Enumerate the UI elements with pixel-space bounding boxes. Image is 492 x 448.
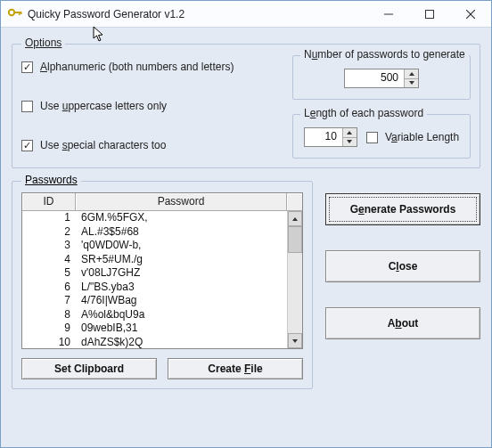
spinner-up-icon[interactable] [405, 69, 418, 78]
header-password[interactable]: Password [76, 193, 287, 210]
number-legend: Number of passwords to generate [300, 48, 469, 61]
table-row[interactable]: 10dAhZS$k)2Q [22, 336, 287, 349]
passwords-groupbox: Passwords ID Password 16GM.%5FGX,2AL.#3$… [12, 181, 313, 389]
options-right-col: Number of passwords to generate 500 [292, 55, 471, 159]
passwords-listview[interactable]: ID Password 16GM.%5FGX,2AL.#3$5#683'q0WD… [21, 192, 303, 349]
svg-rect-5 [426, 10, 434, 18]
svg-rect-3 [20, 12, 22, 14]
options-left-col: Alphanumeric (both numbers and letters) … [21, 55, 282, 159]
length-value[interactable]: 10 [305, 128, 342, 146]
scroll-down-icon[interactable] [288, 333, 302, 348]
uppercase-label: Use uppercase letters only [40, 100, 167, 112]
cell-password: 4/76I|WBag [76, 294, 287, 308]
cell-password: SR+5#UM./g [76, 253, 287, 267]
cell-id: 1 [22, 211, 76, 225]
cell-password: v'08LJ7GHZ [76, 266, 287, 281]
spinner-down-icon[interactable] [343, 137, 357, 147]
svg-point-0 [9, 10, 14, 15]
cell-id: 5 [22, 266, 76, 281]
checkbox-icon [21, 101, 33, 112]
special-checkbox[interactable]: Use special characters too [21, 139, 282, 151]
scroll-up-icon[interactable] [288, 211, 302, 226]
length-groupbox: Length of each password 10 [292, 114, 471, 159]
cell-id: 6 [22, 281, 76, 295]
length-legend: Length of each password [300, 107, 427, 119]
table-row[interactable]: 6L/"BS.yba3 [22, 281, 287, 295]
minimize-button[interactable] [368, 1, 409, 27]
spinner-up-icon[interactable] [343, 128, 357, 137]
app-window: Quicky Password Generator v1.2 Options A… [0, 0, 492, 448]
table-row[interactable]: 2AL.#3$5#68 [22, 225, 287, 240]
cell-password: 6GM.%5FGX, [76, 211, 287, 225]
table-row[interactable]: 4SR+5#UM./g [22, 253, 287, 267]
cell-id: 4 [22, 253, 76, 267]
passwords-legend: Passwords [21, 174, 81, 186]
scroll-track[interactable] [288, 253, 302, 333]
window-title: Quicky Password Generator v1.2 [28, 8, 368, 20]
set-clipboard-button[interactable]: Set Clipboard [21, 358, 157, 379]
number-spinner[interactable]: 500 [344, 69, 419, 88]
header-id[interactable]: ID [22, 193, 76, 210]
cell-password: AL.#3$5#68 [76, 225, 287, 240]
create-file-button[interactable]: Create File [168, 358, 303, 379]
length-spinner[interactable]: 10 [304, 127, 357, 147]
checkbox-icon [366, 132, 378, 143]
special-label: Use special characters too [40, 139, 166, 151]
cell-password: A%ol&bqU9a [76, 308, 287, 322]
generate-button[interactable]: Generate Passwords [325, 193, 480, 225]
close-app-button[interactable]: Close [325, 250, 480, 282]
table-row[interactable]: 5v'08LJ7GHZ [22, 266, 287, 281]
checkbox-icon [21, 61, 33, 73]
svg-rect-2 [19, 12, 20, 15]
app-icon [8, 7, 22, 20]
scroll-thumb[interactable] [288, 226, 302, 253]
cell-id: 7 [22, 294, 76, 308]
table-row[interactable]: 909webIB,31 [22, 322, 287, 336]
table-row[interactable]: 74/76I|WBag [22, 294, 287, 308]
options-legend: Options [21, 37, 65, 49]
spinner-down-icon[interactable] [405, 78, 418, 88]
close-button[interactable] [450, 1, 491, 27]
action-buttons: Generate Passwords Close About [325, 181, 480, 389]
number-groupbox: Number of passwords to generate 500 [292, 55, 471, 100]
title-bar: Quicky Password Generator v1.2 [1, 1, 491, 28]
options-groupbox: Options Alphanumeric (both numbers and l… [12, 44, 480, 168]
listview-header: ID Password [22, 193, 302, 211]
cell-id: 10 [22, 336, 76, 349]
cell-id: 2 [22, 225, 76, 240]
cell-password: 09webIB,31 [76, 322, 287, 336]
cell-id: 3 [22, 239, 76, 253]
client-area: Options Alphanumeric (both numbers and l… [1, 28, 491, 400]
cell-id: 9 [22, 322, 76, 336]
table-row[interactable]: 3'q0WD0W-b, [22, 239, 287, 253]
cell-password: 'q0WD0W-b, [76, 239, 287, 253]
cell-password: dAhZS$k)2Q [76, 336, 287, 349]
alphanumeric-label: Alphanumeric (both numbers and letters) [40, 61, 234, 73]
maximize-button[interactable] [409, 1, 450, 27]
about-button[interactable]: About [325, 307, 480, 339]
variable-length-label: Variable Length [385, 131, 459, 143]
cell-password: L/"BS.yba3 [76, 281, 287, 295]
table-row[interactable]: 16GM.%5FGX, [22, 211, 287, 225]
cell-id: 8 [22, 308, 76, 322]
checkbox-icon [21, 140, 33, 151]
vertical-scrollbar[interactable] [287, 211, 302, 348]
uppercase-checkbox[interactable]: Use uppercase letters only [21, 100, 282, 112]
number-value[interactable]: 500 [345, 69, 404, 87]
listview-rows: 16GM.%5FGX,2AL.#3$5#683'q0WD0W-b,4SR+5#U… [22, 211, 287, 348]
variable-length-checkbox[interactable]: Variable Length [366, 131, 459, 143]
table-row[interactable]: 8A%ol&bqU9a [22, 308, 287, 322]
alphanumeric-checkbox[interactable]: Alphanumeric (both numbers and letters) [21, 61, 282, 73]
